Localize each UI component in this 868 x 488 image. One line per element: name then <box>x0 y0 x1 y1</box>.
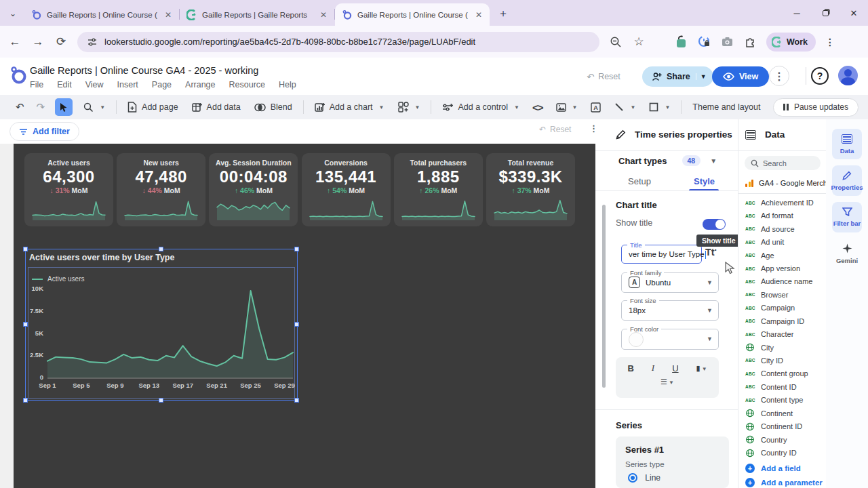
address-bar[interactable]: lookerstudio.google.com/reporting/ae5ba4… <box>77 32 599 52</box>
selection-handle[interactable] <box>159 247 163 251</box>
select-tool-button[interactable] <box>55 98 73 116</box>
selection-handle[interactable] <box>159 398 163 403</box>
font-family-select[interactable]: Font family AUbuntu ▼ <box>621 272 719 293</box>
new-tab-button[interactable]: ＋ <box>495 5 511 22</box>
theme-and-layout-button[interactable]: Theme and layout <box>686 102 767 112</box>
community-visualizations-button[interactable]: ▼ <box>391 102 427 113</box>
field-app-version[interactable]: ABCApp version <box>745 264 800 272</box>
window-restore-button[interactable] <box>811 0 840 26</box>
menu-view[interactable]: View <box>85 80 104 89</box>
zoom-tool-button[interactable]: ▼ <box>77 102 112 113</box>
scorecard-3[interactable]: Avg. Session Duration00:04:08↑ 46% MoM <box>209 153 298 226</box>
reload-icon[interactable]: ⟳ <box>54 35 68 49</box>
field-ad-format[interactable]: ABCAd format <box>745 211 793 220</box>
back-icon[interactable]: ← <box>8 35 22 49</box>
browser-tab-3[interactable]: Gaille Reports | Online Course (✕ <box>335 3 490 26</box>
undo-icon[interactable]: ↶ <box>9 101 31 113</box>
browser-profile-chip[interactable]: Work <box>766 33 816 52</box>
pause-updates-button[interactable]: Pause updates <box>773 98 859 117</box>
rail-data[interactable]: Data <box>832 129 862 159</box>
field-ad-source[interactable]: ABCAd source <box>745 225 795 233</box>
menu-help[interactable]: Help <box>279 80 296 89</box>
redo-icon[interactable]: ↷ <box>31 101 52 113</box>
bookmark-star-icon[interactable]: ☆ <box>632 35 646 49</box>
scorecard-6[interactable]: Total revenue$339.3K↑ 37% MoM <box>486 153 575 226</box>
field-country-id[interactable]: Country ID <box>745 449 797 458</box>
extension-green-icon[interactable] <box>674 35 688 49</box>
italic-button[interactable]: I <box>652 363 654 373</box>
field-content-id[interactable]: ABCContent ID <box>745 383 797 391</box>
window-minimize-button[interactable]: ─ <box>783 0 811 26</box>
tab-search-chevron-icon[interactable]: ⌄ <box>4 5 22 22</box>
selection-handle[interactable] <box>294 398 299 403</box>
browser-menu-icon[interactable]: ⋮ <box>825 37 835 47</box>
header-more-icon[interactable]: ⋮ <box>769 66 789 86</box>
share-dropdown-caret[interactable]: ▼ <box>696 73 713 80</box>
add-page-button[interactable]: Add page <box>121 102 185 113</box>
tab-setup[interactable]: Setup <box>628 176 651 186</box>
forward-icon[interactable]: → <box>31 35 45 49</box>
field-campaign-id[interactable]: ABCCampaign ID <box>745 317 804 325</box>
series-type-line-option[interactable]: Line <box>616 468 729 483</box>
blend-button[interactable]: Blend <box>248 102 299 112</box>
browser-tab-1[interactable]: Gaille Reports | Online Course (✕ <box>24 3 179 26</box>
field-content-type[interactable]: ABCContent type <box>745 396 803 404</box>
help-icon[interactable]: ? <box>811 67 829 85</box>
field-continent-id[interactable]: Continent ID <box>745 422 802 431</box>
canvas-reset-button[interactable]: ↶Reset <box>539 125 571 134</box>
reset-button[interactable]: ↶ Reset <box>578 67 629 86</box>
tab-close-icon[interactable]: ✕ <box>163 10 174 20</box>
field-continent[interactable]: Continent <box>745 409 793 418</box>
rail-gemini[interactable]: Gemini <box>832 239 862 269</box>
field-ad-unit[interactable]: ABCAd unit <box>745 238 784 246</box>
scorecard-1[interactable]: Active users64,300↓ 31% MoM <box>24 153 113 226</box>
browser-tab-2[interactable]: Gaille Reports | Gaille Reports✕ <box>180 3 334 26</box>
menu-resource[interactable]: Resource <box>229 80 266 89</box>
field-city-id[interactable]: ABCCity ID <box>745 357 783 365</box>
field-country[interactable]: Country <box>745 435 787 444</box>
field-content-group[interactable]: ABCContent group <box>745 369 808 378</box>
window-close-button[interactable]: ✕ <box>840 0 868 26</box>
menu-file[interactable]: File <box>30 80 43 89</box>
add-data-button[interactable]: Add data <box>185 102 248 113</box>
share-button[interactable]: Share ▼ <box>642 66 713 87</box>
screenshot-camera-icon[interactable] <box>720 35 734 49</box>
field-audience-name[interactable]: ABCAudience name <box>745 277 812 285</box>
properties-scrollbar[interactable] <box>602 205 606 388</box>
field-age[interactable]: ABCAge <box>745 251 774 260</box>
chart-types-chevron-icon[interactable]: ▼ <box>710 157 717 165</box>
menu-insert[interactable]: Insert <box>117 80 138 89</box>
menu-arrange[interactable]: Arrange <box>185 80 215 89</box>
tab-style[interactable]: Style <box>694 176 715 186</box>
rail-filter-bar[interactable]: Filter bar <box>832 202 862 232</box>
add-filter-button[interactable]: Add filter <box>9 122 79 141</box>
field-campaign[interactable]: ABCCampaign <box>745 304 795 312</box>
menu-edit[interactable]: Edit <box>57 80 72 89</box>
menu-page[interactable]: Page <box>152 80 172 89</box>
selection-handle[interactable] <box>23 322 28 327</box>
report-title[interactable]: Gaille Reports | Online Course GA4 - 202… <box>30 65 258 76</box>
user-avatar[interactable] <box>838 66 858 85</box>
tab-close-icon[interactable]: ✕ <box>473 10 484 20</box>
font-size-select[interactable]: Font size 18px ▼ <box>621 300 719 321</box>
bold-button[interactable]: B <box>627 363 633 373</box>
extensions-puzzle-icon[interactable] <box>743 35 757 49</box>
scorecard-2[interactable]: New users47,480↓ 44% MoM <box>117 153 205 226</box>
fill-color-button[interactable]: ▮▼ <box>696 364 707 373</box>
add-line-button[interactable]: ▼ <box>608 102 642 112</box>
timeseries-chart-block[interactable]: Active users over time by User Type Acti… <box>25 249 298 401</box>
add-text-button[interactable]: A <box>584 102 608 113</box>
rail-properties[interactable]: Properties <box>832 165 862 196</box>
selection-handle[interactable] <box>23 398 28 403</box>
add-chart-button[interactable]: Add a chart ▼ <box>308 102 391 113</box>
underline-button[interactable]: U <box>672 363 678 373</box>
field-city[interactable]: City <box>745 343 774 352</box>
tab-close-icon[interactable]: ✕ <box>318 10 329 20</box>
data-search-input[interactable]: Search <box>745 156 821 170</box>
scorecard-5[interactable]: Total purchasers1,885↑ 26% MoM <box>394 153 483 226</box>
site-settings-icon[interactable] <box>87 37 98 47</box>
add-image-button[interactable]: ▼ <box>549 103 585 112</box>
selection-handle[interactable] <box>294 247 299 251</box>
font-color-select[interactable]: Font color ▼ <box>621 329 719 350</box>
show-title-toggle[interactable] <box>703 219 726 230</box>
